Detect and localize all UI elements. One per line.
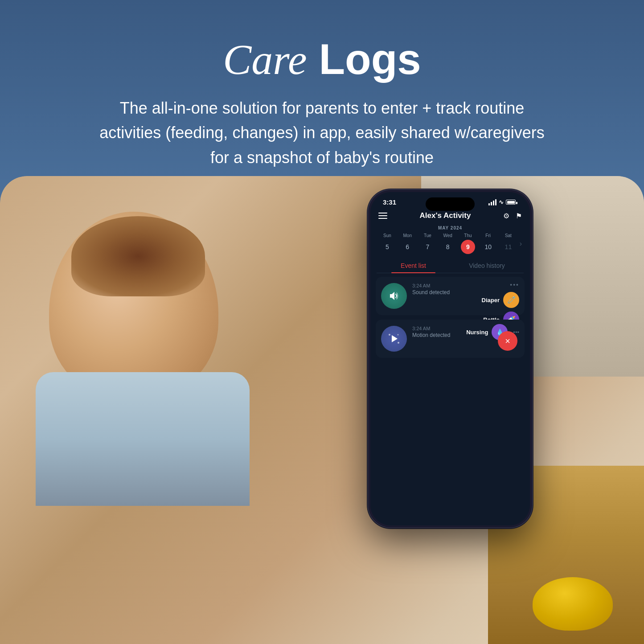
wifi-icon: ∿ [499, 199, 504, 205]
app-title: Alex's Activity [420, 211, 471, 220]
title-bold: Logs [307, 35, 421, 83]
day-name-tue: Tue [424, 233, 431, 238]
day-num-thu: 9 [461, 240, 475, 254]
header-right-icons: ⚙ ⚑ [503, 212, 522, 220]
signal-bar-4 [495, 199, 496, 205]
tab-video-history-label: Video history [469, 262, 505, 269]
day-wed[interactable]: Wed 8 [439, 233, 457, 254]
diaper-icon-circle[interactable]: 🧷 [503, 292, 519, 308]
day-name-mon: Mon [403, 233, 412, 238]
signal-bar-3 [493, 201, 494, 205]
header-subtitle: The all-in-one solution for parents to e… [88, 96, 556, 170]
day-num-tue: 7 [420, 240, 435, 254]
day-num-sat: 11 [501, 240, 515, 254]
event-card-2[interactable]: 3:24 AM Motion detected Nursing [376, 320, 525, 358]
sound-wave-icon [388, 290, 400, 302]
diaper-label: Diaper [482, 297, 500, 304]
signal-icon [488, 199, 496, 205]
week-row: Sun 5 Mon 6 Tue 7 [377, 233, 524, 254]
phone: 3:31 ∿ [368, 189, 533, 528]
event-2-icon [381, 326, 407, 352]
dynamic-island [426, 197, 475, 211]
hamburger-menu-icon[interactable] [378, 213, 387, 219]
tab-event-list-label: Event list [401, 262, 426, 269]
day-num-mon: 6 [400, 240, 414, 254]
baby-hair [71, 216, 205, 296]
close-button[interactable]: × [498, 331, 517, 351]
svg-marker-0 [390, 292, 394, 300]
phone-frame: 3:31 ∿ [368, 189, 533, 528]
nursing-label: Nursing [466, 329, 488, 336]
status-icons: ∿ [488, 199, 517, 205]
svg-point-2 [389, 334, 390, 336]
event-card-1[interactable]: 3:24 AM Sound detected ••• [376, 277, 525, 315]
diaper-badge-row: Diaper 🧷 [482, 292, 519, 308]
play-icon [388, 333, 400, 345]
hamburger-line-1 [378, 213, 387, 213]
baby-face [36, 203, 258, 515]
diaper-icon: 🧷 [507, 296, 516, 304]
day-name-sun: Sun [383, 233, 391, 238]
day-sat[interactable]: Sat 11 [499, 233, 517, 254]
page-title: Care Logs [88, 36, 556, 83]
background-image-container: 3:31 ∿ [0, 176, 644, 644]
battery-icon [506, 200, 517, 205]
yellow-bowl [533, 577, 613, 631]
day-thu[interactable]: Thu 9 [459, 233, 477, 254]
day-num-fri: 10 [481, 240, 495, 254]
day-name-sat: Sat [505, 233, 512, 238]
phone-screen: 3:31 ∿ [370, 192, 530, 525]
close-icon: × [505, 336, 510, 346]
more-options-icon[interactable]: ••• [510, 281, 519, 288]
signal-bar-2 [491, 202, 492, 205]
day-mon[interactable]: Mon 6 [398, 233, 416, 254]
day-name-fri: Fri [485, 233, 491, 238]
page: Care Logs The all-in-one solution for pa… [0, 0, 644, 644]
tab-video-history[interactable]: Video history [450, 258, 524, 273]
flag-icon[interactable]: ⚑ [516, 212, 522, 220]
calendar: MAY 2024 Sun 5 Mon 6 Tue [370, 224, 530, 258]
svg-point-4 [398, 334, 399, 336]
month-label: MAY 2024 [377, 226, 524, 230]
event-1-icon [381, 283, 407, 309]
signal-bar-1 [488, 203, 490, 205]
baby-head [49, 212, 218, 399]
title-italic: Care [223, 36, 307, 83]
day-tue[interactable]: Tue 7 [418, 233, 436, 254]
day-name-wed: Wed [443, 233, 452, 238]
svg-marker-1 [392, 335, 398, 342]
tab-event-list[interactable]: Event list [377, 258, 450, 273]
status-time: 3:31 [383, 198, 396, 206]
tab-bar: Event list Video history [377, 258, 524, 273]
svg-point-3 [398, 342, 399, 344]
baby-body [36, 372, 250, 506]
hamburger-line-3 [378, 218, 387, 219]
filter-icon[interactable]: ⚙ [503, 212, 509, 220]
day-fri[interactable]: Fri 10 [479, 233, 497, 254]
events-list: 3:24 AM Sound detected ••• [370, 273, 530, 366]
header-section: Care Logs The all-in-one solution for pa… [21, 0, 623, 197]
day-sun[interactable]: Sun 5 [378, 233, 396, 254]
day-name-thu: Thu [464, 233, 472, 238]
day-num-wed: 8 [441, 240, 455, 254]
calendar-next-arrow[interactable]: › [520, 240, 522, 248]
hamburger-line-2 [378, 215, 387, 216]
day-num-sun: 5 [380, 240, 394, 254]
